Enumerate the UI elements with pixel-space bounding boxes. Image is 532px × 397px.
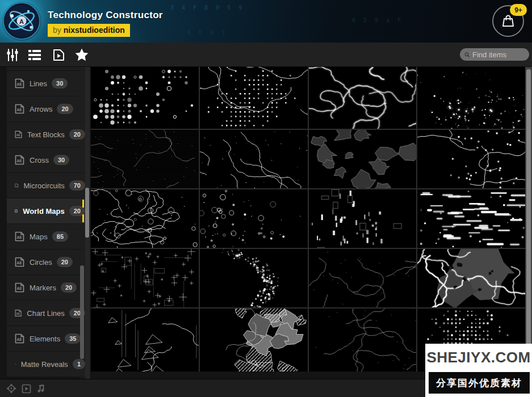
ae-file-icon: AE bbox=[15, 129, 22, 140]
svg-text:AE: AE bbox=[16, 82, 22, 86]
app-header: 3 4 F 8 0 5 9 0 5 9 a F 6 F 0 1 A Techno… bbox=[0, 0, 532, 43]
world-map-thumb-15[interactable] bbox=[309, 249, 417, 307]
preview-doc-button[interactable] bbox=[50, 47, 67, 63]
svg-text:AE: AE bbox=[16, 337, 22, 341]
search-icon bbox=[464, 51, 470, 58]
audio-icon bbox=[36, 384, 46, 394]
world-map-thumb-10[interactable] bbox=[200, 189, 308, 248]
world-map-thumb-14[interactable] bbox=[200, 249, 308, 307]
byline-prefix: by bbox=[53, 26, 61, 35]
category-label: Matte Reveals bbox=[21, 360, 68, 369]
category-label: Markers bbox=[30, 284, 56, 292]
category-count-badge: 30 bbox=[52, 78, 68, 88]
world-map-thumb-2[interactable] bbox=[200, 67, 308, 129]
world-map-thumb-5[interactable] bbox=[91, 130, 199, 188]
filters-button[interactable] bbox=[4, 47, 21, 63]
world-map-thumb-3[interactable] bbox=[309, 67, 417, 129]
world-map-thumb-7[interactable] bbox=[309, 130, 417, 188]
world-map-thumb-16[interactable] bbox=[417, 249, 525, 307]
world-map-thumb-13[interactable] bbox=[91, 249, 199, 307]
world-map-thumb-17[interactable] bbox=[91, 309, 199, 371]
category-count-badge: 1 bbox=[73, 359, 85, 369]
category-count-badge: 20 bbox=[61, 282, 77, 293]
category-label: Cross bbox=[30, 156, 49, 164]
video-preview-icon bbox=[22, 384, 31, 394]
sidebar-item-elements[interactable]: AE Elements 35 bbox=[7, 326, 85, 351]
audio-button[interactable] bbox=[35, 383, 47, 394]
preview-doc-icon bbox=[52, 48, 65, 62]
toolbar bbox=[0, 43, 532, 67]
author-badge: by nixstudioedition bbox=[48, 24, 130, 37]
list-view-button[interactable] bbox=[26, 47, 43, 63]
ae-file-icon: AE bbox=[15, 308, 22, 318]
svg-text:AE: AE bbox=[16, 235, 22, 239]
list-view-icon bbox=[27, 48, 42, 62]
sidebar-item-text-blocks[interactable]: AE Text Blocks 20 bbox=[7, 122, 85, 147]
cart-count-badge: 9+ bbox=[510, 4, 527, 16]
sidebar-item-circles[interactable]: AE Circles 20 bbox=[7, 250, 85, 274]
world-map-thumb-12[interactable] bbox=[417, 189, 525, 248]
watermark-site: SHEJIYX.COM bbox=[425, 349, 532, 366]
world-map-thumb-11[interactable] bbox=[309, 189, 417, 248]
favorites-button[interactable] bbox=[73, 47, 90, 63]
world-map-thumb-19[interactable] bbox=[309, 309, 417, 371]
ae-file-icon: AE bbox=[15, 231, 24, 242]
items-grid bbox=[91, 67, 525, 371]
filters-icon bbox=[6, 48, 19, 62]
world-map-thumb-6[interactable] bbox=[200, 130, 308, 188]
byline-author: nixstudioedition bbox=[64, 26, 125, 35]
search-input[interactable] bbox=[472, 50, 525, 59]
svg-text:AE: AE bbox=[16, 134, 21, 137]
content-scrollbar-track[interactable] bbox=[525, 67, 532, 371]
header-bg-glyphs: 3 4 F 8 0 5 9 bbox=[170, 5, 244, 11]
category-label: Arrows bbox=[30, 105, 52, 113]
category-label: Lines bbox=[30, 79, 47, 88]
world-map-thumb-8[interactable] bbox=[417, 130, 525, 188]
category-label: Microcircuits bbox=[24, 181, 65, 190]
shopping-bag-icon bbox=[501, 14, 516, 28]
world-map-thumb-4[interactable] bbox=[417, 67, 525, 129]
svg-text:AE: AE bbox=[16, 286, 22, 290]
header-bg-glyphs: 6 F 0 1 bbox=[187, 29, 227, 36]
svg-text:A: A bbox=[19, 18, 24, 25]
ae-file-icon: AE bbox=[15, 333, 24, 344]
sidebar-item-arrows[interactable]: AE Arrows 20 bbox=[7, 96, 85, 121]
app-logo-atom-icon: A bbox=[2, 1, 41, 41]
world-map-thumb-9[interactable] bbox=[91, 189, 199, 248]
sidebar-item-cross[interactable]: AE Cross 30 bbox=[7, 147, 85, 172]
category-count-badge: 20 bbox=[57, 104, 73, 114]
category-count-badge: 30 bbox=[53, 155, 69, 165]
settings-button[interactable] bbox=[5, 383, 18, 394]
content-scrollbar-thumb[interactable] bbox=[526, 69, 531, 356]
category-count-badge: 85 bbox=[52, 231, 68, 242]
category-sidebar: AE Lines 30 AE Arrows 20 AE Text Blocks … bbox=[0, 67, 91, 379]
sidebar-item-maps[interactable]: AE Maps 85 bbox=[7, 224, 85, 249]
sidebar-scrollbar-thumb[interactable] bbox=[85, 188, 89, 238]
category-label: Circles bbox=[30, 258, 52, 267]
world-map-thumb-1[interactable] bbox=[91, 67, 199, 129]
ae-file-icon: AE bbox=[15, 104, 24, 114]
ae-file-icon: AE bbox=[15, 155, 24, 165]
sidebar-item-markers[interactable]: AE Markers 20 bbox=[7, 275, 85, 300]
video-preview-button[interactable] bbox=[20, 383, 32, 394]
app-title: Technology Constructor bbox=[48, 10, 163, 21]
header-bg-glyphs: 0 5 9 a F bbox=[352, 17, 403, 23]
ae-file-icon: AE bbox=[15, 257, 24, 267]
sidebar-item-world-maps[interactable]: AE World Maps 20 bbox=[7, 198, 85, 223]
category-label: Maps bbox=[30, 233, 48, 241]
cart-button[interactable]: 9+ bbox=[492, 5, 524, 37]
settings-icon bbox=[6, 383, 16, 394]
sidebar-item-matte-reveals[interactable]: AE Matte Reveals 1 bbox=[7, 352, 85, 377]
sidebar-item-chart-lines[interactable]: AE Chart Lines 20 bbox=[7, 301, 85, 326]
category-label: Chart Lines bbox=[27, 309, 64, 318]
category-label: World Maps bbox=[23, 207, 64, 216]
ae-file-icon: AE bbox=[15, 359, 16, 369]
search-box[interactable] bbox=[460, 48, 529, 61]
scrollbar-thumb-secondary[interactable] bbox=[80, 265, 84, 359]
sidebar-item-lines[interactable]: AE Lines 30 bbox=[7, 71, 85, 96]
sidebar-item-microcircuits[interactable]: AE Microcircuits 70 bbox=[7, 173, 85, 198]
title-block: Technology Constructor by nixstudioediti… bbox=[48, 10, 163, 37]
world-map-thumb-18[interactable] bbox=[200, 309, 308, 371]
category-count-badge: 20 bbox=[57, 257, 73, 267]
ae-file-icon: AE bbox=[15, 78, 24, 88]
